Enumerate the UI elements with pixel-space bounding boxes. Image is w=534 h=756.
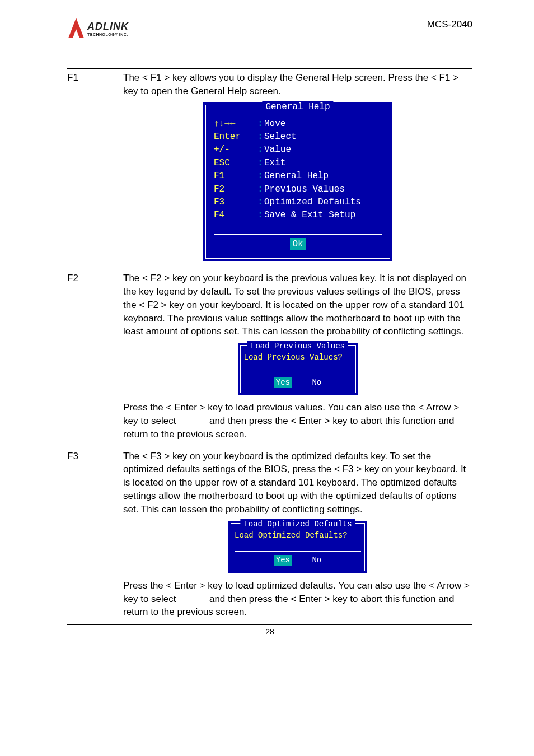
logo-subtext: TECHNOLOGY INC. — [87, 32, 129, 36]
f1-key-label: F1 — [67, 71, 106, 267]
bios-val: Move — [264, 118, 285, 130]
bios-key: F1 — [214, 170, 257, 182]
bios-val: Exit — [264, 157, 285, 169]
bios-load-previous-dialog: Load Previous Values Load Previous Value… — [238, 343, 358, 395]
svg-marker-0 — [68, 18, 84, 38]
bios-key: F2 — [214, 183, 257, 195]
document-title: MCS-2040 — [427, 17, 472, 30]
page-number: 28 — [67, 627, 472, 636]
f1-description: The < F1 > key allows you to display the… — [123, 71, 472, 98]
f3-key-label: F3 — [67, 450, 106, 623]
f3-description-2: Press the < Enter > key to load optimize… — [123, 579, 472, 619]
bios-key: +/- — [214, 143, 257, 156]
bios-val: Value — [264, 143, 291, 156]
section-f3: F3 The < F3 > key on your keyboard is th… — [67, 447, 472, 625]
f2-description-2: Press the < Enter > key to load previous… — [123, 401, 472, 441]
f2-key-label: F2 — [67, 272, 106, 445]
bios-key: Enter — [214, 130, 257, 143]
bios-question: Load Previous Values? — [244, 352, 352, 363]
bios-ok-button[interactable]: Ok — [290, 238, 305, 250]
bios-dialog-title: General Help — [262, 101, 333, 113]
bios-key: F4 — [214, 209, 257, 221]
bios-key: ↑↓→← — [214, 118, 257, 130]
logo-text: ADLINK — [87, 21, 129, 32]
section-f2: F2 The < F2 > key on your keyboard is th… — [67, 269, 472, 447]
bios-no-button[interactable]: No — [312, 377, 321, 389]
f3-description-1: The < F3 > key on your keyboard is the o… — [123, 450, 472, 516]
bios-yes-button[interactable]: Yes — [274, 377, 292, 389]
adlink-logo: ADLINK TECHNOLOGY INC. — [67, 17, 129, 40]
bios-key: F3 — [214, 196, 257, 208]
bios-dialog-title: Load Previous Values — [247, 341, 348, 352]
bios-dialog-title: Load Optimized Defaults — [240, 519, 355, 530]
bios-yes-button[interactable]: Yes — [274, 555, 292, 566]
bios-general-help-dialog: General Help ↑↓→←: Move Enter: Select +/… — [203, 102, 392, 262]
bios-val: Optimized Defaults — [264, 196, 361, 208]
bios-val: Select — [264, 130, 297, 143]
adlink-logo-icon — [67, 17, 85, 40]
bios-no-button[interactable]: No — [312, 555, 321, 566]
bios-val: Previous Values — [264, 183, 345, 195]
bios-key: ESC — [214, 157, 257, 169]
f2-description-1: The < F2 > key on your keyboard is the p… — [123, 272, 472, 338]
bios-question: Load Optimized Defaults? — [235, 530, 361, 542]
bios-val: Save & Exit Setup — [264, 209, 355, 221]
bios-val: General Help — [264, 170, 329, 182]
page-header: ADLINK TECHNOLOGY INC. MCS-2040 — [67, 17, 472, 40]
section-f1: F1 The < F1 > key allows you to display … — [67, 68, 472, 269]
bios-load-optimized-dialog: Load Optimized Defaults Load Optimized D… — [228, 521, 367, 573]
